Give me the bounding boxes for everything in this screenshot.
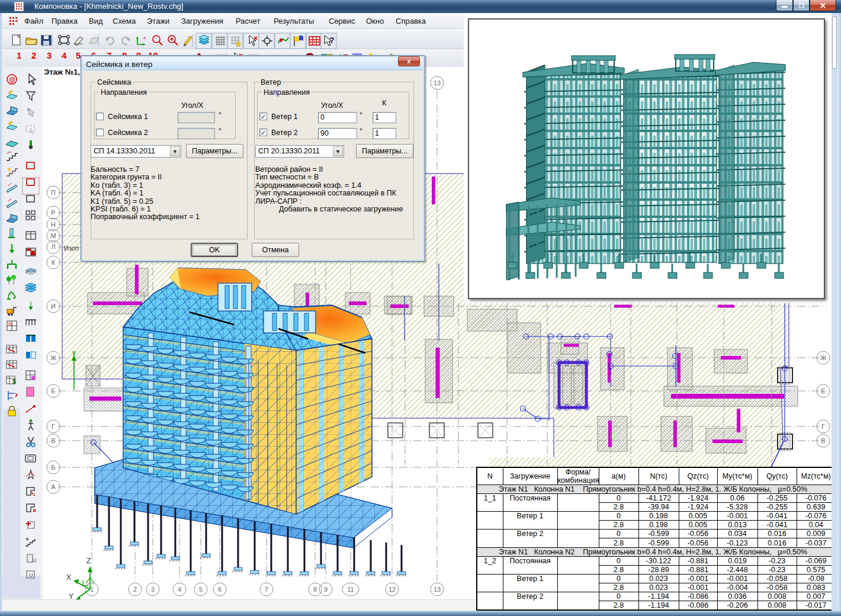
- svg-text:А: А: [51, 483, 56, 490]
- svg-text:И: И: [51, 303, 56, 310]
- svg-text:11: 11: [347, 586, 354, 593]
- svg-text:2: 2: [133, 586, 137, 593]
- svg-text:13: 13: [434, 79, 441, 86]
- svg-text:7: 7: [265, 586, 268, 593]
- svg-text:13: 13: [434, 586, 441, 593]
- svg-text:3: 3: [151, 586, 155, 593]
- svg-text:В: В: [821, 437, 825, 444]
- svg-text:1: 1: [90, 586, 94, 593]
- svg-text:М: М: [50, 232, 56, 239]
- svg-text:Б: Б: [51, 464, 55, 471]
- svg-text:Р: Р: [51, 209, 55, 216]
- svg-text:y: y: [72, 349, 76, 356]
- svg-text:В: В: [51, 437, 55, 444]
- svg-text:Г: Г: [821, 423, 825, 430]
- svg-text:9: 9: [324, 586, 328, 593]
- svg-text:Л: Л: [51, 243, 55, 251]
- svg-text:Е: Е: [821, 387, 825, 394]
- svg-text:К: К: [52, 259, 56, 266]
- svg-text:Изоп: Изоп: [64, 245, 79, 252]
- svg-text:8: 8: [313, 586, 317, 593]
- svg-text:6: 6: [218, 586, 222, 593]
- svg-text:Г: Г: [52, 423, 55, 430]
- svg-text:4: 4: [178, 586, 181, 593]
- svg-text:П: П: [51, 189, 56, 196]
- svg-text:Ж: Ж: [50, 354, 56, 361]
- svg-text:X: X: [66, 573, 71, 582]
- svg-text:12: 12: [389, 586, 396, 593]
- svg-text:Y: Y: [69, 592, 73, 599]
- svg-text:Е: Е: [51, 387, 55, 394]
- svg-text:Ж: Ж: [820, 354, 826, 361]
- svg-text:Н: Н: [51, 221, 56, 228]
- svg-text:Z: Z: [86, 557, 91, 565]
- svg-text:5: 5: [199, 586, 203, 593]
